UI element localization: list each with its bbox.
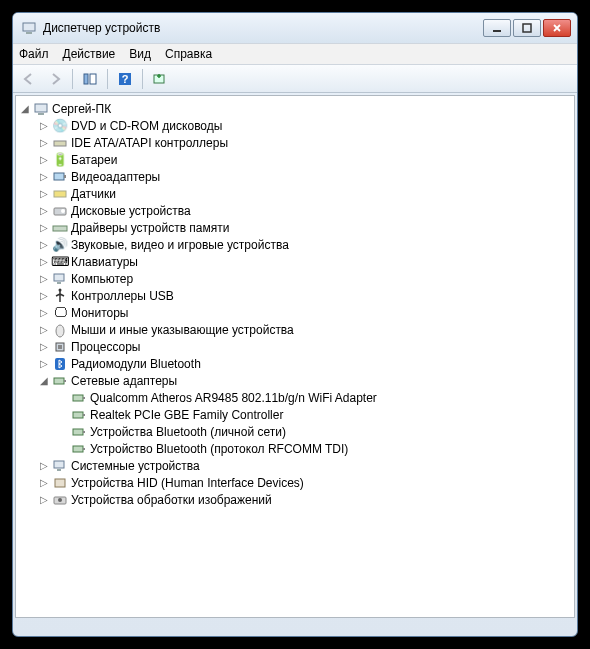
svg-rect-0 [23,23,35,31]
expand-icon[interactable]: ▷ [37,476,51,490]
svg-rect-32 [83,431,85,433]
tree-item-net[interactable]: ◢Сетевые адаптеры [37,372,572,389]
svg-rect-30 [83,414,85,416]
expand-icon[interactable]: ▷ [37,493,51,507]
sound-icon: 🔊 [52,237,68,253]
disk-icon [52,203,68,219]
cpu-icon [52,339,68,355]
tree-item-disk[interactable]: ▷Дисковые устройства [37,202,572,219]
help-button[interactable]: ? [113,68,137,90]
expand-icon[interactable]: ▷ [37,187,51,201]
tree-item-btradio[interactable]: ▷Радиомодули Bluetooth [37,355,572,372]
tree-item-imaging[interactable]: ▷Устройства обработки изображений [37,491,572,508]
tree-item-net-wifi[interactable]: ▷Qualcomm Atheros AR9485 802.11b/g/n WiF… [56,389,572,406]
expand-icon[interactable]: ▷ [37,221,51,235]
tree-item-mouse[interactable]: ▷Мыши и иные указывающие устройства [37,321,572,338]
tree-item-computer[interactable]: ▷Компьютер [37,270,572,287]
ide-icon [52,135,68,151]
collapse-icon[interactable]: ◢ [18,102,32,116]
expand-icon[interactable]: ▷ [37,238,51,252]
svg-rect-19 [57,282,61,284]
toolbar-separator [72,69,73,89]
expand-icon[interactable]: ▷ [37,255,51,269]
tree-item-hid[interactable]: ▷Устройства HID (Human Interface Devices… [37,474,572,491]
network-card-icon [71,390,87,406]
expand-icon[interactable]: ▷ [37,119,51,133]
svg-rect-10 [38,113,44,115]
maximize-button[interactable] [513,19,541,37]
hid-icon [52,475,68,491]
show-hide-tree-button[interactable] [78,68,102,90]
svg-point-21 [56,325,64,337]
expand-icon[interactable]: ▷ [37,306,51,320]
svg-rect-12 [54,173,64,180]
svg-rect-33 [73,446,83,452]
titlebar[interactable]: Диспетчер устройств [13,13,577,43]
svg-rect-4 [84,74,88,84]
svg-rect-2 [493,30,501,32]
computer-small-icon [52,271,68,287]
svg-rect-9 [35,104,47,112]
expand-icon[interactable]: ▷ [37,204,51,218]
minimize-button[interactable] [483,19,511,37]
svg-point-39 [58,498,62,502]
expand-icon[interactable]: ▷ [37,459,51,473]
memory-icon [52,220,68,236]
expand-icon[interactable]: ▷ [37,357,51,371]
expand-icon[interactable]: ▷ [37,323,51,337]
tree-item-system[interactable]: ▷Системные устройства [37,457,572,474]
tree-item-ide[interactable]: ▷IDE ATA/ATAPI контроллеры [37,134,572,151]
svg-rect-5 [90,74,96,84]
tree-root[interactable]: ◢ Сергей-ПК [18,100,572,117]
svg-rect-35 [54,461,64,468]
computer-icon [33,101,49,117]
device-manager-window: Диспетчер устройств Файл Действие Вид Сп… [12,12,578,637]
expand-icon[interactable]: ▷ [37,170,51,184]
menu-view[interactable]: Вид [129,47,151,61]
tree-item-keyboard[interactable]: ▷⌨Клавиатуры [37,253,572,270]
tree-item-sensors[interactable]: ▷Датчики [37,185,572,202]
expand-icon[interactable]: ▷ [37,272,51,286]
svg-rect-28 [83,397,85,399]
svg-rect-31 [73,429,83,435]
svg-point-20 [59,288,62,291]
svg-rect-23 [58,345,62,349]
imaging-icon [52,492,68,508]
tree-item-usb[interactable]: ▷Контроллеры USB [37,287,572,304]
network-card-icon [71,424,87,440]
forward-button[interactable] [43,68,67,90]
expand-icon[interactable]: ▷ [37,136,51,150]
tree-item-monitor[interactable]: ▷🖵Мониторы [37,304,572,321]
expand-icon[interactable]: ▷ [37,289,51,303]
tree-root-label: Сергей-ПК [52,102,111,116]
collapse-icon[interactable]: ◢ [37,374,51,388]
back-button[interactable] [17,68,41,90]
menu-file[interactable]: Файл [19,47,49,61]
expand-icon[interactable]: ▷ [37,153,51,167]
svg-rect-24 [55,358,65,370]
tree-item-memdrv[interactable]: ▷Драйверы устройств памяти [37,219,572,236]
tree-pane[interactable]: ◢ Сергей-ПК ▷💿DVD и CD-ROM дисководы ▷ID… [15,95,575,618]
svg-rect-1 [26,32,32,34]
tree-item-net-btpan[interactable]: ▷Устройства Bluetooth (личной сети) [56,423,572,440]
expand-icon[interactable]: ▷ [37,340,51,354]
network-card-icon [71,441,87,457]
tree-item-dvd[interactable]: ▷💿DVD и CD-ROM дисководы [37,117,572,134]
close-button[interactable] [543,19,571,37]
svg-rect-14 [54,191,66,197]
battery-icon: 🔋 [52,152,68,168]
keyboard-icon: ⌨ [52,254,68,270]
scan-hardware-button[interactable] [148,68,172,90]
tree-item-net-gbe[interactable]: ▷Realtek PCIe GBE Family Controller [56,406,572,423]
tree-item-video[interactable]: ▷Видеоадаптеры [37,168,572,185]
menu-action[interactable]: Действие [63,47,116,61]
mouse-icon [52,322,68,338]
svg-rect-17 [53,226,67,231]
tree-item-battery[interactable]: ▷🔋Батареи [37,151,572,168]
menu-help[interactable]: Справка [165,47,212,61]
tree-item-sound[interactable]: ▷🔊Звуковые, видео и игровые устройства [37,236,572,253]
tree-item-net-btrfcomm[interactable]: ▷Устройство Bluetooth (протокол RFCOMM T… [56,440,572,457]
tree-item-cpu[interactable]: ▷Процессоры [37,338,572,355]
svg-rect-13 [64,175,66,178]
window-title: Диспетчер устройств [43,21,483,35]
